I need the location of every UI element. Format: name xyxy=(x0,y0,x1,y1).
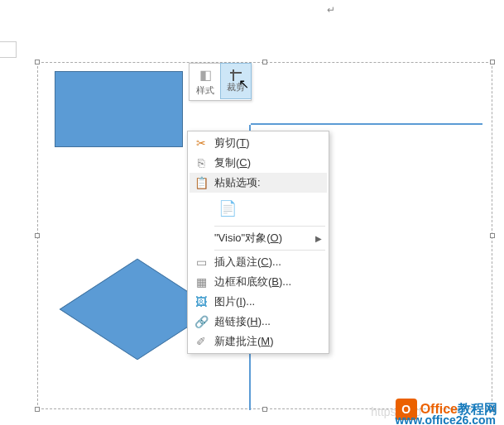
menu-caption-label: 插入题注(C)... xyxy=(214,255,322,270)
paste-option-icon: 📄 xyxy=(218,199,237,217)
blank-icon xyxy=(193,231,209,246)
menu-picture-label: 图片(I)... xyxy=(214,294,322,309)
menu-comment-label: 新建批注(M) xyxy=(214,334,322,349)
style-icon: ◧ xyxy=(199,67,212,83)
flowchart-decision-shape xyxy=(73,260,201,359)
resize-handle-mid-right[interactable] xyxy=(490,233,495,238)
menu-picture[interactable]: 🖼 图片(I)... xyxy=(190,292,327,312)
logo-url: www.office26.com xyxy=(395,413,496,425)
menu-visio-label: "Visio"对象(O) xyxy=(214,231,315,246)
context-menu: ✂ 剪切(T) ⎘ 复制(C) 📋 粘贴选项: 📄 "Visio"对象(O) ▶… xyxy=(187,131,329,354)
resize-handle-bottom-mid[interactable] xyxy=(262,407,267,412)
menu-separator xyxy=(214,226,325,227)
link-icon: 🔗 xyxy=(193,314,209,329)
style-button[interactable]: ◧ 样式 xyxy=(190,64,221,100)
menu-copy-label: 复制(C) xyxy=(214,155,322,170)
menu-new-comment[interactable]: ✐ 新建批注(M) xyxy=(190,332,327,351)
menu-visio-object[interactable]: "Visio"对象(O) ▶ xyxy=(190,228,327,248)
menu-hyperlink-label: 超链接(H)... xyxy=(214,314,322,329)
paste-option-button[interactable]: 📄 xyxy=(216,196,239,221)
paste-icon: 📋 xyxy=(193,175,209,190)
resize-handle-top-mid[interactable] xyxy=(262,60,267,64)
crop-icon xyxy=(230,69,242,81)
site-logo: O Office教程网 www.office26.com xyxy=(396,399,497,420)
paragraph-mark: ↵ xyxy=(327,4,335,16)
resize-handle-mid-left[interactable] xyxy=(35,233,40,238)
menu-copy[interactable]: ⎘ 复制(C) xyxy=(190,153,327,173)
comment-icon: ✐ xyxy=(193,334,209,349)
resize-handle-bottom-left[interactable] xyxy=(35,407,40,412)
menu-separator xyxy=(214,250,325,251)
menu-borders-shading[interactable]: ▦ 边框和底纹(B)... xyxy=(190,272,327,292)
flowchart-connector-horizontal xyxy=(251,123,482,125)
menu-paste-options-header: 📋 粘贴选项: xyxy=(190,173,327,193)
border-icon: ▦ xyxy=(193,275,209,289)
style-label: 样式 xyxy=(196,84,214,97)
picture-icon: 🖼 xyxy=(193,294,209,309)
cut-icon: ✂ xyxy=(193,136,209,150)
menu-cut-label: 剪切(T) xyxy=(214,136,322,150)
menu-border-label: 边框和底纹(B)... xyxy=(214,275,322,289)
crop-label: 裁剪 xyxy=(227,81,245,93)
flowchart-process-shape xyxy=(55,71,183,147)
menu-cut[interactable]: ✂ 剪切(T) xyxy=(190,133,327,153)
crop-button[interactable]: 裁剪 xyxy=(220,63,252,99)
mini-toolbar: ◧ 样式 裁剪 xyxy=(189,63,252,101)
paste-options-row: 📄 xyxy=(190,193,327,224)
menu-insert-caption[interactable]: ▭ 插入题注(C)... xyxy=(190,252,327,272)
resize-handle-top-left[interactable] xyxy=(35,60,40,64)
ruler-tab-stub xyxy=(0,41,17,58)
menu-hyperlink[interactable]: 🔗 超链接(H)... xyxy=(190,312,327,332)
resize-handle-top-right[interactable] xyxy=(490,60,495,64)
submenu-arrow-icon: ▶ xyxy=(315,234,322,243)
caption-icon: ▭ xyxy=(193,255,209,270)
copy-icon: ⎘ xyxy=(193,155,209,170)
menu-paste-options-label: 粘贴选项: xyxy=(214,175,322,190)
